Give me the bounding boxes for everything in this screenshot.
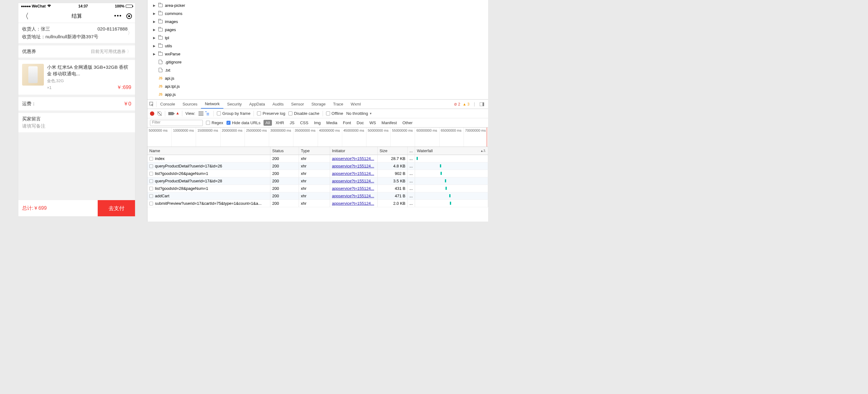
row-checkbox[interactable] (149, 157, 153, 160)
col-extra[interactable]: ... (408, 147, 415, 155)
tab-wxml[interactable]: Wxml (347, 99, 365, 109)
page-title: 结算 (71, 12, 82, 20)
filter-type-other[interactable]: Other (401, 120, 415, 126)
preserve-log-checkbox[interactable]: Preserve log (257, 111, 285, 116)
filter-type-all[interactable]: All (264, 120, 272, 126)
tree-item-area-picker[interactable]: ▶area-picker (148, 1, 253, 9)
tab-storage[interactable]: Storage (308, 99, 330, 109)
request-initiator[interactable]: appservice?t=155124... (330, 177, 378, 185)
page-content: 收货人：张三 020-81167888 收货地址：nullnullnull新港中… (18, 23, 135, 200)
tree-item-commons[interactable]: ▶commons (148, 9, 253, 18)
filter-icon[interactable]: ▾ (177, 111, 179, 116)
filter-type-img[interactable]: Img (312, 120, 322, 126)
record-button[interactable] (150, 112, 154, 116)
request-initiator[interactable]: appservice?t=155124... (330, 200, 378, 207)
error-count[interactable]: ⊘ 2 (454, 102, 460, 107)
file-tree[interactable]: ▶area-picker▶commons▶images▶pages▶tpl▶ut… (148, 0, 253, 99)
filter-type-font[interactable]: Font (341, 120, 353, 126)
network-request-row[interactable]: addCart200xhrappservice?t=155124...471 B… (148, 192, 488, 200)
tree-item-images[interactable]: ▶images (148, 18, 253, 26)
regex-checkbox[interactable]: Regex (206, 120, 223, 125)
filter-type-media[interactable]: Media (324, 120, 339, 126)
row-checkbox[interactable] (149, 164, 153, 168)
tree-view-icon[interactable] (205, 112, 210, 116)
filter-type-ws[interactable]: WS (367, 120, 378, 126)
filter-type-js[interactable]: JS (288, 120, 296, 126)
filter-type-xhr[interactable]: XHR (274, 120, 286, 126)
tab-trace[interactable]: Trace (330, 99, 347, 109)
col-name[interactable]: Name (148, 147, 270, 155)
settings-icon[interactable]: ⋮ (472, 102, 477, 107)
request-initiator[interactable]: appservice?t=155124... (330, 192, 378, 200)
tab-audits[interactable]: Audits (269, 99, 287, 109)
row-checkbox[interactable] (149, 172, 153, 176)
request-initiator[interactable]: appservice?t=155124... (330, 185, 378, 192)
col-initiator[interactable]: Initiator (330, 147, 378, 155)
disable-cache-checkbox[interactable]: Disable cache (288, 111, 319, 116)
request-size: 4.8 KB (378, 162, 408, 170)
col-status[interactable]: Status (270, 147, 299, 155)
more-icon[interactable]: ••• (114, 13, 122, 19)
filter-input[interactable]: Filter (150, 120, 203, 126)
address-card[interactable]: 收货人：张三 020-81167888 收货地址：nullnullnull新港中… (18, 23, 135, 43)
tab-appdata[interactable]: AppData (245, 99, 269, 109)
tree-item-tpl[interactable]: ▶tpl (148, 34, 253, 42)
col-type[interactable]: Type (299, 147, 330, 155)
network-request-row[interactable]: queryProductDetail?userid=17&id=26200xhr… (148, 162, 488, 170)
dock-side-icon[interactable] (479, 102, 485, 107)
throttling-select[interactable]: No throttling▼ (346, 111, 372, 116)
clear-button[interactable] (157, 112, 162, 116)
warning-count[interactable]: ▲ 3 (463, 102, 469, 107)
tab-network[interactable]: Network (201, 99, 223, 109)
tree-item-app.json[interactable]: { }app.json (148, 98, 253, 99)
js-file-icon: JS (158, 84, 163, 89)
timeline-overview[interactable]: 5000000 ms10000000 ms15000000 ms20000000… (148, 128, 488, 147)
tree-item-app.js[interactable]: JSapp.js (148, 90, 253, 98)
tab-security[interactable]: Security (223, 99, 245, 109)
tree-item-.gitignore[interactable]: .gitignore (148, 58, 253, 66)
back-button[interactable]: 〈 (22, 11, 29, 21)
filter-type-manifest[interactable]: Manifest (379, 120, 399, 126)
tree-item-pages[interactable]: ▶pages (148, 26, 253, 34)
product-title: 小米 红米5A 全网通版 3GB+32GB 香槟金 移动联通电... (47, 64, 131, 77)
tab-console[interactable]: Console (156, 99, 179, 109)
col-size[interactable]: Size (378, 147, 408, 155)
tree-item-api.js[interactable]: JSapi.js (148, 74, 253, 82)
network-request-row[interactable]: list?goodsId=28&pageNum=1200xhrappservic… (148, 185, 488, 192)
list-view-icon[interactable] (198, 112, 204, 116)
table-header[interactable]: Name Status Type Initiator Size ... Wate… (148, 147, 488, 155)
col-waterfall[interactable]: Waterfall▲3. (415, 147, 488, 155)
screenshot-icon[interactable] (168, 112, 173, 115)
tree-item-wxParse[interactable]: ▶wxParse (148, 50, 253, 58)
pay-button[interactable]: 去支付 (98, 200, 135, 216)
filter-type-css[interactable]: CSS (298, 120, 310, 126)
filter-type-doc[interactable]: Doc (355, 120, 366, 126)
tab-sensor[interactable]: Sensor (287, 99, 308, 109)
tree-item-.txt[interactable]: .txt (148, 66, 253, 74)
group-by-frame-checkbox[interactable]: Group by frame (217, 111, 250, 116)
row-checkbox[interactable] (149, 187, 153, 190)
offline-checkbox[interactable]: Offline (326, 111, 343, 116)
tree-item-utils[interactable]: ▶utils (148, 42, 253, 50)
request-initiator[interactable]: appservice?t=155124... (330, 162, 378, 170)
request-initiator[interactable]: appservice?t=155124... (330, 155, 378, 162)
network-request-row[interactable]: queryProductDetail?userid=17&id=28200xhr… (148, 177, 488, 185)
tab-sources[interactable]: Sources (179, 99, 201, 109)
network-request-row[interactable]: index200xhrappservice?t=155124...28.7 KB… (148, 155, 488, 162)
carrier-label: WeChat (32, 4, 45, 8)
network-request-row[interactable]: submitPreview?userid=17&cartId=75&type=1… (148, 200, 488, 207)
hide-data-urls-checkbox[interactable]: ✓Hide data URLs (226, 120, 261, 125)
buyer-remark[interactable]: 买家留言 请填写备注 (18, 113, 135, 132)
close-miniapp-icon[interactable] (126, 13, 132, 19)
row-checkbox[interactable] (149, 202, 153, 205)
row-checkbox[interactable] (149, 179, 153, 183)
request-initiator[interactable]: appservice?t=155124... (330, 170, 378, 177)
editor-area (253, 0, 488, 99)
coupon-row[interactable]: 优惠券 目前无可用优惠券〉 (18, 46, 135, 58)
row-checkbox[interactable] (149, 194, 153, 198)
inspect-element-icon[interactable] (149, 102, 154, 107)
request-waterfall (415, 192, 488, 200)
tree-item-api.tpl.js[interactable]: JSapi.tpl.js (148, 82, 253, 90)
network-request-row[interactable]: list?goodsId=26&pageNum=1200xhrappservic… (148, 170, 488, 177)
svg-rect-2 (483, 102, 484, 106)
